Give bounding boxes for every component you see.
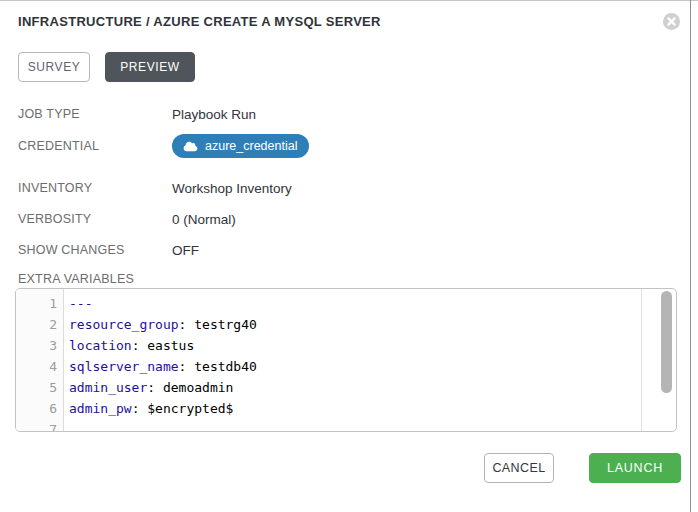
- credential-badge: azure_credential: [172, 134, 309, 158]
- tab-group: SURVEY PREVIEW: [18, 52, 680, 82]
- yaml-key: ---: [69, 296, 92, 311]
- yaml-value: : eastus: [132, 338, 195, 353]
- extra-variables-label: EXTRA VARIABLES: [18, 272, 680, 287]
- line-number: 5: [16, 377, 64, 398]
- job-launch-preview-modal: INFRASTRUCTURE / AZURE CREATE A MYSQL SE…: [0, 0, 698, 512]
- scrollbar-thumb[interactable]: [661, 291, 672, 393]
- verbosity-value: 0 (Normal): [172, 212, 236, 227]
- modal-top-border: [0, 0, 698, 1]
- editor-line: 1 ---: [16, 293, 640, 314]
- job-type-label: JOB TYPE: [18, 107, 172, 121]
- credential-row: CREDENTIAL azure_credential: [18, 134, 680, 158]
- extra-variables-editor[interactable]: 1 --- 2 resource_group: testrg40 3 locat…: [15, 288, 677, 432]
- modal-right-border: [690, 0, 691, 512]
- scrollbar-track-divider: [641, 289, 642, 431]
- tab-survey[interactable]: SURVEY: [18, 52, 90, 82]
- page-title: INFRASTRUCTURE / AZURE CREATE A MYSQL SE…: [18, 14, 680, 30]
- credential-label: CREDENTIAL: [18, 139, 172, 153]
- line-number: 1: [16, 293, 64, 314]
- job-type-value: Playbook Run: [172, 107, 256, 122]
- show-changes-label: SHOW CHANGES: [18, 243, 172, 257]
- editor-line: 5 admin_user: demoadmin: [16, 377, 640, 398]
- line-code: sqlserver_name: testdb40: [64, 356, 257, 377]
- job-details: JOB TYPE Playbook Run CREDENTIAL azure_c…: [18, 106, 680, 258]
- yaml-value: : $encrypted$: [132, 401, 234, 416]
- line-number: 4: [16, 356, 64, 377]
- yaml-key: admin_user: [69, 380, 147, 395]
- cloud-icon: [183, 141, 198, 152]
- line-number: 3: [16, 335, 64, 356]
- line-code: ---: [64, 293, 92, 314]
- line-code: resource_group: testrg40: [64, 314, 257, 335]
- show-changes-value: OFF: [172, 243, 199, 258]
- yaml-key: sqlserver_name: [69, 359, 179, 374]
- line-number: 2: [16, 314, 64, 335]
- inventory-value: Workshop Inventory: [172, 181, 292, 196]
- yaml-value: : demoadmin: [147, 380, 233, 395]
- editor-line: 6 admin_pw: $encrypted$: [16, 398, 640, 419]
- verbosity-row: VERBOSITY 0 (Normal): [18, 211, 680, 227]
- line-number: 6: [16, 398, 64, 419]
- verbosity-label: VERBOSITY: [18, 212, 172, 226]
- editor-line: 3 location: eastus: [16, 335, 640, 356]
- credential-badge-label: azure_credential: [205, 139, 297, 153]
- launch-button[interactable]: LAUNCH: [589, 453, 681, 483]
- inventory-label: INVENTORY: [18, 181, 172, 195]
- line-number: 7: [16, 419, 64, 432]
- yaml-key: resource_group: [69, 317, 179, 332]
- show-changes-row: SHOW CHANGES OFF: [18, 242, 680, 258]
- editor-line: 2 resource_group: testrg40: [16, 314, 640, 335]
- job-type-row: JOB TYPE Playbook Run: [18, 106, 680, 122]
- editor-lines: 1 --- 2 resource_group: testrg40 3 locat…: [16, 293, 640, 432]
- line-code: admin_user: demoadmin: [64, 377, 233, 398]
- editor-line: 7: [16, 419, 640, 432]
- line-code: [64, 419, 69, 432]
- line-code: admin_pw: $encrypted$: [64, 398, 233, 419]
- tab-preview[interactable]: PREVIEW: [105, 52, 195, 82]
- yaml-key: location: [69, 338, 132, 353]
- cancel-button[interactable]: CANCEL: [484, 453, 554, 483]
- modal-header: INFRASTRUCTURE / AZURE CREATE A MYSQL SE…: [18, 14, 680, 30]
- editor-line: 4 sqlserver_name: testdb40: [16, 356, 640, 377]
- yaml-key: admin_pw: [69, 401, 132, 416]
- close-icon[interactable]: [663, 13, 680, 30]
- line-code: location: eastus: [64, 335, 194, 356]
- yaml-value: : testdb40: [179, 359, 257, 374]
- modal-footer: CANCEL LAUNCH: [18, 453, 681, 483]
- yaml-value: : testrg40: [179, 317, 257, 332]
- inventory-row: INVENTORY Workshop Inventory: [18, 180, 680, 196]
